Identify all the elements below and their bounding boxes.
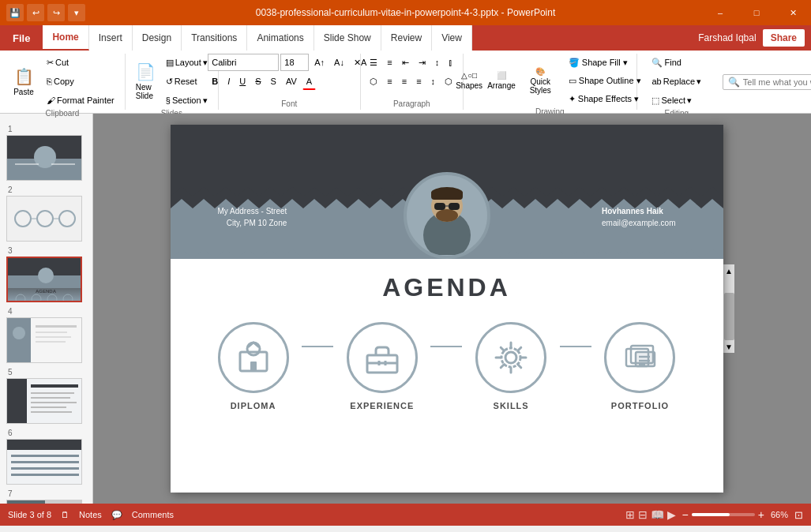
comments-button[interactable]: Comments xyxy=(132,510,174,519)
slide-thumb-2[interactable]: 2 xyxy=(6,185,86,242)
tab-home[interactable]: Home xyxy=(43,25,88,51)
numbering-button[interactable]: ≡ xyxy=(383,54,396,71)
scroll-thumb[interactable] xyxy=(724,293,734,340)
svg-point-16 xyxy=(32,294,41,302)
slide-thumb-7[interactable]: 7 xyxy=(6,489,86,504)
svg-point-13 xyxy=(38,268,54,283)
share-button[interactable]: Share xyxy=(763,29,805,47)
decrease-indent-button[interactable]: ⇤ xyxy=(398,54,413,71)
slide-canvas: My Address - Street City, PM 10 Zone Hov… xyxy=(171,125,723,493)
tab-review[interactable]: Review xyxy=(381,25,432,51)
tab-design[interactable]: Design xyxy=(133,25,182,51)
slide-thumb-5[interactable]: 5 xyxy=(6,368,86,424)
slide-thumb-4[interactable]: 4 xyxy=(6,307,86,363)
section-button[interactable]: § Section ▾ xyxy=(162,92,212,109)
zoom-level: 66% xyxy=(771,510,788,519)
font-size-input[interactable] xyxy=(280,54,309,71)
view-buttons: ⊞ ⊟ 📖 ▶ xyxy=(625,508,676,521)
slide-thumb-6[interactable]: 6 xyxy=(6,429,86,485)
contact-right: Hovhannes Haik email@example.com xyxy=(602,205,676,229)
tab-slideshow[interactable]: Slide Show xyxy=(314,25,381,51)
line-spacing-button[interactable]: ↕ xyxy=(427,73,440,90)
search-input[interactable] xyxy=(743,77,811,87)
italic-button[interactable]: I xyxy=(223,73,234,90)
svg-rect-39 xyxy=(11,474,79,476)
shadow-button[interactable]: S xyxy=(267,73,280,90)
tab-animations[interactable]: Animations xyxy=(247,25,314,51)
tab-transitions[interactable]: Transitions xyxy=(182,25,247,51)
notes-button[interactable]: Notes xyxy=(79,510,102,519)
arrange-icon: ⬜ xyxy=(497,71,506,80)
slideshow-button[interactable]: ▶ xyxy=(667,508,676,521)
find-button[interactable]: 🔍 Find xyxy=(648,54,685,71)
scrollbar-vertical[interactable]: ▲ ▼ xyxy=(723,264,734,353)
replace-button[interactable]: ab Replace ▾ xyxy=(648,73,705,90)
save-button[interactable]: 💾 xyxy=(6,4,24,21)
shape-fill-button[interactable]: 🪣 Shape Fill ▾ xyxy=(565,54,645,71)
close-button[interactable]: ✕ xyxy=(775,0,811,25)
scroll-down-button[interactable]: ▼ xyxy=(724,340,734,353)
profile-image xyxy=(404,172,490,259)
bold-button[interactable]: B xyxy=(208,73,222,90)
minimize-button[interactable]: – xyxy=(702,0,738,25)
zoom-out-button[interactable]: − xyxy=(682,508,689,521)
search-bar[interactable]: 🔍 xyxy=(723,74,811,90)
shape-outline-button[interactable]: ▭ Shape Outline ▾ xyxy=(565,72,645,89)
scroll-up-button[interactable]: ▲ xyxy=(724,264,734,277)
zoom-in-button[interactable]: + xyxy=(758,508,764,521)
strikethrough-button[interactable]: S xyxy=(251,73,265,90)
font-name-input[interactable] xyxy=(208,54,279,71)
search-icon: 🔍 xyxy=(728,77,740,88)
layout-button[interactable]: ▤ Layout ▾ xyxy=(162,54,212,71)
quick-styles-button[interactable]: 🎨 Quick Styles xyxy=(520,65,561,96)
icons-row: DIPLOMA EXPERIENCE xyxy=(218,322,676,410)
icon-experience: EXPERIENCE xyxy=(347,322,418,410)
shape-effects-button[interactable]: ✦ Shape Effects ▾ xyxy=(565,90,645,107)
slide-thumb-1[interactable]: 1 xyxy=(6,125,86,181)
align-right-button[interactable]: ≡ xyxy=(398,73,411,90)
underline-button[interactable]: U xyxy=(235,73,250,90)
font-color-button[interactable]: A xyxy=(302,73,316,90)
svg-rect-32 xyxy=(31,406,66,408)
svg-rect-3 xyxy=(15,163,39,165)
font-row1: A↑ A↓ ✕A xyxy=(208,54,370,71)
group-clipboard: 📋 Paste ✂ Cut ⎘ Copy 🖌 Format Painter Cl… xyxy=(0,54,126,110)
font-decrease-button[interactable]: A↓ xyxy=(330,54,348,71)
select-button[interactable]: ⬚ Select ▾ xyxy=(648,92,696,109)
slide-sorter-button[interactable]: ⊟ xyxy=(638,508,648,521)
slide-preview-7 xyxy=(6,500,82,504)
customize-button[interactable]: ▾ xyxy=(68,4,85,21)
redo-button[interactable]: ↪ xyxy=(47,4,65,21)
maximize-button[interactable]: □ xyxy=(738,0,775,25)
clipboard-buttons: 📋 Paste ✂ Cut ⎘ Copy 🖌 Format Painter xyxy=(6,54,118,109)
fit-window-button[interactable]: ⊡ xyxy=(794,509,803,521)
align-center-button[interactable]: ≡ xyxy=(383,73,396,90)
zoom-track[interactable] xyxy=(692,513,755,516)
reset-button[interactable]: ↺ Reset xyxy=(162,73,212,90)
text-direction-button[interactable]: ↕ xyxy=(431,54,444,71)
copy-button[interactable]: ⎘ Copy xyxy=(43,73,118,90)
justify-button[interactable]: ≡ xyxy=(412,73,425,90)
cut-button[interactable]: ✂ Cut xyxy=(43,54,118,71)
svg-rect-24 xyxy=(36,341,66,343)
undo-button[interactable]: ↩ xyxy=(27,4,44,21)
new-slide-button[interactable]: 📄 New Slide xyxy=(132,59,160,103)
font-increase-button[interactable]: A↑ xyxy=(310,54,329,71)
tab-insert[interactable]: Insert xyxy=(89,25,133,51)
align-left-button[interactable]: ⬡ xyxy=(366,73,381,90)
normal-view-button[interactable]: ⊞ xyxy=(625,508,635,521)
paste-button[interactable]: 📋 Paste xyxy=(6,59,41,103)
increase-indent-button[interactable]: ⇥ xyxy=(415,54,430,71)
tab-file[interactable]: File xyxy=(0,25,43,51)
svg-point-56 xyxy=(436,209,458,222)
arrange-button[interactable]: ⬜ Arrange xyxy=(486,65,516,96)
reading-view-button[interactable]: 📖 xyxy=(651,508,664,521)
font-spacing-button[interactable]: AV xyxy=(282,73,301,90)
title-bar: 💾 ↩ ↪ ▾ 0038-professional-curriculum-vit… xyxy=(0,0,811,25)
portfolio-circle xyxy=(604,322,675,393)
format-painter-button[interactable]: 🖌 Format Painter xyxy=(43,92,118,109)
shapes-button[interactable]: △○□ Shapes xyxy=(455,65,483,96)
bullets-button[interactable]: ☰ xyxy=(366,54,381,71)
tab-view[interactable]: View xyxy=(432,25,472,51)
slide-thumb-3[interactable]: 3 AGENDA xyxy=(6,246,86,302)
